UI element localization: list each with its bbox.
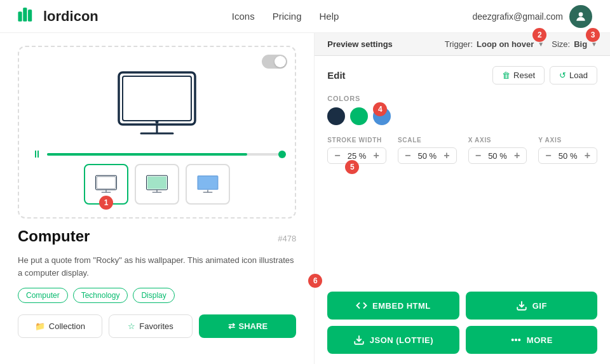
scale-value: 50 % — [416, 151, 438, 161]
yaxis-stepper: − 50 % + — [538, 147, 597, 164]
tags: Computer Technology Display — [18, 288, 296, 303]
gif-button[interactable]: GIF — [466, 292, 597, 320]
download-section: 6 EMBED HTML GIF — [315, 281, 610, 364]
share-button[interactable]: ⇄ SHARE — [199, 314, 296, 338]
thumb-colored-icon — [143, 172, 171, 197]
svg-rect-4 — [119, 72, 195, 125]
stroke-plus[interactable]: + — [372, 151, 381, 161]
svg-rect-14 — [147, 177, 166, 189]
yaxis-label: Y AXIS — [538, 137, 597, 144]
avatar[interactable] — [569, 5, 592, 28]
svg-point-24 — [515, 339, 517, 340]
edit-title: Edit — [327, 70, 345, 81]
tag-technology[interactable]: Technology — [73, 288, 128, 303]
nav-links: Icons Pricing Help — [232, 11, 339, 22]
nav-help[interactable]: Help — [320, 11, 339, 22]
trigger-value: Loop on hover — [477, 39, 534, 49]
yaxis-minus[interactable]: − — [544, 151, 552, 161]
colors-row: 4 — [327, 107, 597, 125]
thumb-outline[interactable]: 1 — [84, 164, 128, 205]
logo-icon — [18, 8, 38, 25]
tag-computer[interactable]: Computer — [18, 288, 68, 303]
thumb-flat[interactable] — [186, 164, 230, 205]
color-green[interactable] — [350, 107, 368, 125]
embed-html-button[interactable]: EMBED HTML — [327, 292, 459, 320]
svg-rect-5 — [123, 76, 191, 121]
load-icon: ↺ — [559, 71, 566, 80]
logo-text: lordicon — [43, 8, 98, 25]
reset-button[interactable]: 🗑 Reset — [492, 66, 545, 84]
settings-label: Preview settings — [327, 39, 437, 49]
json-lottie-button[interactable]: JSON (LOTTIE) — [327, 326, 459, 354]
logo[interactable]: lordicon — [18, 8, 98, 25]
svg-point-3 — [579, 12, 583, 17]
xaxis-minus[interactable]: − — [474, 151, 482, 161]
toggle-wrap — [262, 55, 287, 69]
favorites-button[interactable]: ☆ Favorites — [109, 314, 193, 338]
svg-point-25 — [518, 339, 520, 340]
annotation-badge-3: 3 — [586, 28, 600, 42]
json-icon — [353, 334, 365, 346]
trigger-control[interactable]: 2 Trigger: Loop on hover ▼ — [445, 39, 545, 49]
progress-fill — [47, 153, 247, 156]
download-icon — [516, 300, 527, 311]
colors-label: COLORS — [327, 95, 597, 102]
size-value: Big — [574, 39, 587, 49]
download-row-2: JSON (LOTTIE) MORE — [327, 326, 597, 354]
controls-row: STROKE WIDTH − 25 % + SCALE − 50 % + — [327, 137, 597, 164]
svg-rect-2 — [28, 10, 32, 22]
left-panel: ⏸ 1 — [0, 33, 315, 364]
progress-bar[interactable] — [47, 153, 282, 156]
stroke-minus[interactable]: − — [333, 151, 341, 161]
svg-rect-10 — [97, 177, 116, 189]
collection-icon: 📁 — [35, 321, 45, 331]
stroke-label: STROKE WIDTH — [327, 137, 386, 144]
settings-bar: Preview settings 2 Trigger: Loop on hove… — [315, 33, 610, 56]
more-button[interactable]: MORE — [466, 326, 597, 354]
edit-actions: 🗑 Reset ↺ Load — [492, 66, 597, 84]
toggle-switch[interactable] — [262, 55, 287, 69]
reset-icon: 🗑 — [502, 71, 510, 80]
nav-icons[interactable]: Icons — [232, 11, 255, 22]
download-row-1: EMBED HTML GIF — [327, 292, 597, 320]
thumb-outline-icon — [92, 172, 120, 197]
collection-button[interactable]: 📁 Collection — [18, 314, 102, 338]
nav-right: deezgrafix@gmail.com — [472, 5, 592, 28]
user-icon — [574, 10, 587, 23]
yaxis-group: Y AXIS − 50 % + — [538, 137, 597, 164]
main-layout: ⏸ 1 — [0, 33, 610, 364]
color-dark[interactable] — [327, 107, 345, 125]
annotation-badge-2: 2 — [532, 28, 546, 42]
pause-icon[interactable]: ⏸ — [32, 149, 42, 160]
icon-preview-box: ⏸ 1 — [18, 46, 296, 219]
load-button[interactable]: ↺ Load — [550, 66, 597, 84]
size-label: Size: — [552, 39, 570, 49]
nav-pricing[interactable]: Pricing — [273, 11, 302, 22]
icon-desc: He put a quote from "Rocky" as his wallp… — [18, 254, 296, 279]
scale-minus[interactable]: − — [403, 151, 412, 161]
share-icon: ⇄ — [228, 321, 235, 331]
annotation-badge-6: 6 — [308, 274, 322, 288]
svg-rect-9 — [96, 175, 117, 190]
bottom-buttons: 📁 Collection ☆ Favorites ⇄ SHARE — [18, 314, 296, 338]
icon-id: #478 — [278, 234, 296, 243]
tag-display[interactable]: Display — [133, 288, 174, 303]
svg-point-23 — [512, 339, 513, 340]
xaxis-value: 50 % — [486, 151, 509, 161]
xaxis-plus[interactable]: + — [513, 151, 521, 161]
xaxis-stepper: − 50 % + — [468, 147, 527, 164]
scale-stepper: − 50 % + — [398, 147, 457, 164]
yaxis-plus[interactable]: + — [583, 151, 592, 161]
trigger-label: Trigger: — [445, 39, 473, 49]
embed-icon — [356, 300, 367, 311]
svg-rect-18 — [198, 177, 217, 189]
scale-label: SCALE — [398, 137, 457, 144]
monitor-animation — [106, 66, 208, 142]
user-email: deezgrafix@gmail.com — [472, 11, 563, 22]
thumb-colored[interactable] — [135, 164, 179, 205]
size-control[interactable]: 3 Size: Big ▼ — [552, 39, 597, 49]
more-icon — [510, 334, 522, 346]
navigation: lordicon Icons Pricing Help deezgrafix@g… — [0, 0, 610, 33]
annotation-badge-5: 5 — [345, 160, 359, 174]
scale-plus[interactable]: + — [442, 151, 451, 161]
